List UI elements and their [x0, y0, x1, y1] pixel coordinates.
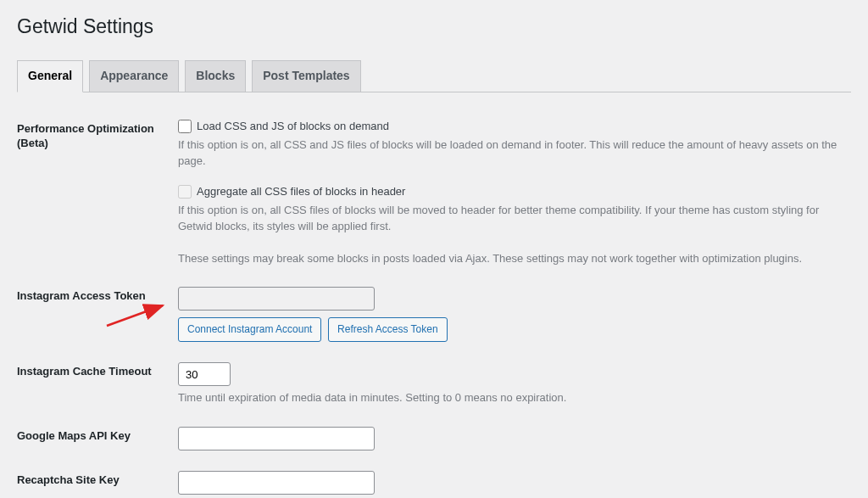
google-maps-heading: Google Maps API Key [17, 417, 170, 461]
load-on-demand-desc: If this option is on, all CSS and JS fil… [178, 137, 843, 170]
settings-form: Performance Optimization (Beta) Load CSS… [17, 109, 851, 498]
recaptcha-site-heading: Recaptcha Site Key [17, 461, 170, 498]
aggregate-checkbox [178, 185, 192, 199]
tab-blocks[interactable]: Blocks [185, 60, 246, 92]
connect-instagram-button[interactable]: Connect Instagram Account [178, 317, 321, 342]
instagram-token-heading: Instagram Access Token [17, 277, 170, 352]
aggregate-label: Aggregate all CSS files of blocks in hea… [197, 185, 405, 198]
tab-appearance[interactable]: Appearance [89, 60, 179, 92]
refresh-token-button[interactable]: Refresh Access Token [328, 317, 448, 342]
aggregate-desc: If this option is on, all CSS files of b… [178, 202, 843, 235]
instagram-cache-heading: Instagram Cache Timeout [17, 352, 170, 417]
performance-heading: Performance Optimization (Beta) [17, 109, 170, 277]
page-title: Getwid Settings [17, 8, 851, 42]
tab-post-templates[interactable]: Post Templates [252, 60, 360, 92]
recaptcha-site-input[interactable] [178, 471, 375, 495]
load-on-demand-label[interactable]: Load CSS and JS of blocks on demand [197, 120, 389, 132]
tab-bar: General Appearance Blocks Post Templates [17, 53, 851, 92]
performance-warning: These settings may break some blocks in … [178, 250, 843, 267]
load-on-demand-checkbox[interactable] [178, 120, 192, 133]
instagram-cache-input[interactable] [178, 362, 231, 386]
instagram-token-input[interactable] [178, 287, 375, 311]
tab-general[interactable]: General [17, 60, 83, 92]
instagram-cache-desc: Time until expiration of media data in m… [178, 389, 843, 406]
google-maps-input[interactable] [178, 427, 375, 450]
